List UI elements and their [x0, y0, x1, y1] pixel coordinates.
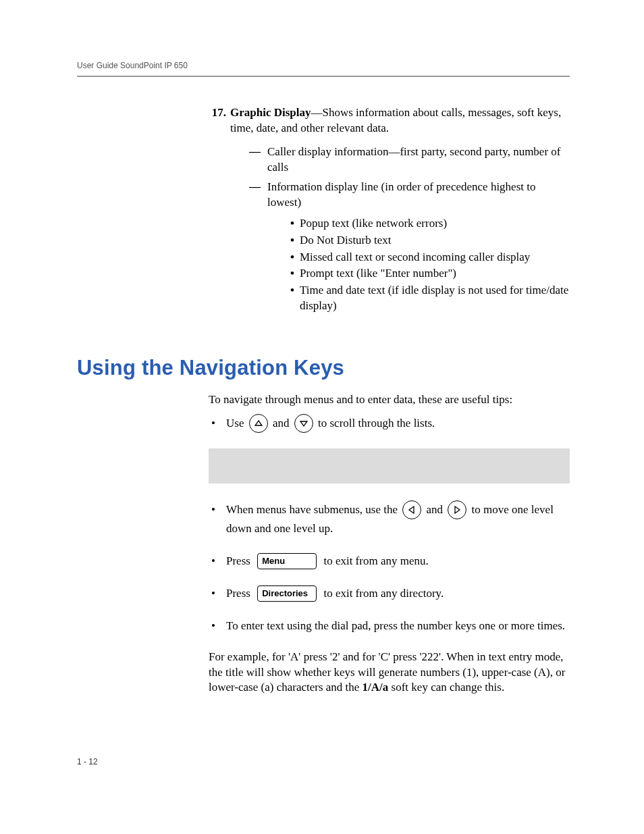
tip-item: When menus have submenus, use the and to…	[209, 501, 570, 538]
tip-text: to exit from any menu.	[323, 554, 428, 567]
tip-item: Press Menu to exit from any menu.	[209, 552, 570, 570]
item-number: 17.	[209, 105, 226, 319]
tip-text: and	[273, 417, 292, 429]
tip-text: to scroll through the lists.	[318, 417, 435, 429]
page-number: 1 - 12	[77, 757, 98, 766]
tip-text: When menus have submenus, use the	[226, 503, 400, 516]
note-placeholder	[209, 448, 570, 484]
bullet-item: Popup text (like network errors)	[290, 216, 570, 232]
section-heading: Using the Navigation Keys	[77, 356, 570, 380]
right-arrow-icon	[448, 500, 466, 519]
dash-item: Information display line (in order of pr…	[267, 180, 535, 209]
tip-item: To enter text using the dial pad, press …	[209, 617, 570, 635]
button-label: Menu	[262, 554, 285, 568]
list-item-17: 17. Graphic Display—Shows information ab…	[209, 105, 570, 319]
menu-button-icon: Menu	[257, 553, 317, 569]
tip-item: Press Directories to exit from any direc…	[209, 585, 570, 602]
down-arrow-icon	[294, 414, 313, 433]
bullet-item: Missed call text or second incoming call…	[290, 250, 570, 265]
bullet-item: Time and date text (if idle display is n…	[290, 283, 570, 314]
example-paragraph: For example, for 'A' press '2' and for '…	[209, 650, 570, 696]
tip-text: Press	[226, 587, 253, 600]
tip-text: Use	[226, 417, 247, 429]
page-header: User Guide SoundPoint IP 650	[77, 61, 570, 77]
tip-text: to exit from any directory.	[323, 587, 444, 600]
example-text: soft key can change this.	[388, 681, 504, 694]
directories-button-icon: Directories	[257, 585, 317, 602]
tip-text: and	[427, 503, 446, 516]
dash-item: Caller display information—first party, …	[267, 145, 570, 176]
up-arrow-icon	[249, 414, 268, 433]
bullet-item: Do Not Disturb text	[290, 233, 570, 249]
softkey-label: 1/A/a	[363, 681, 389, 694]
intro-paragraph: To navigate through menus and to enter d…	[209, 392, 570, 408]
bullet-item: Prompt text (like "Enter number")	[290, 266, 570, 282]
tip-item: Use and to scroll through the lists.	[209, 415, 570, 434]
item-lead: Graphic Display	[230, 106, 311, 119]
button-label: Directories	[262, 587, 308, 600]
tip-text: Press	[226, 554, 253, 567]
left-arrow-icon	[402, 500, 421, 519]
